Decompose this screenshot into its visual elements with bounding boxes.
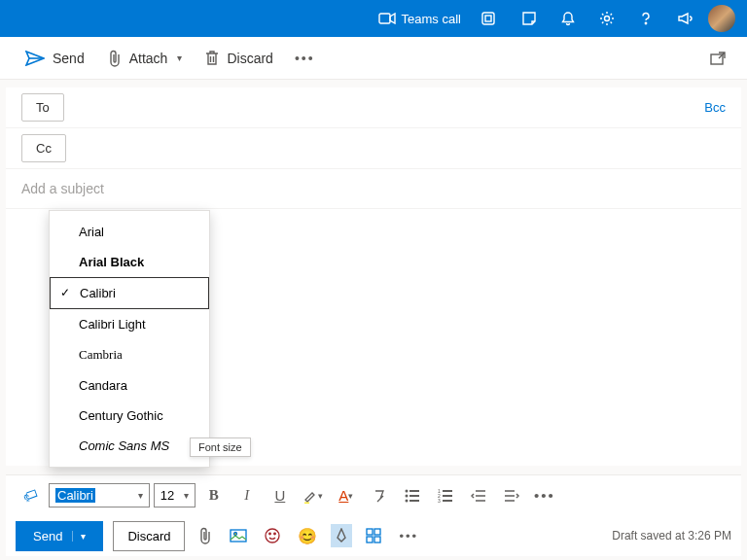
font-name-value: Calibri xyxy=(55,488,95,503)
draft-status: Draft saved at 3:26 PM xyxy=(612,529,731,542)
font-option-calibri[interactable]: Calibri xyxy=(50,277,209,309)
meet-now-icon[interactable] xyxy=(475,3,506,34)
svg-rect-13 xyxy=(443,490,452,492)
tag-icon[interactable]: 🏷 xyxy=(16,481,45,510)
highlight-color-button[interactable]: ▾ xyxy=(299,481,328,510)
avatar[interactable] xyxy=(708,5,735,32)
italic-button[interactable]: I xyxy=(232,481,262,510)
svg-rect-17 xyxy=(443,500,452,502)
outdent-button[interactable] xyxy=(464,481,493,510)
send-bar: Send ▾ Discard 😊 ••• Draft saved at 3:26… xyxy=(6,515,741,556)
more-icon[interactable]: ••• xyxy=(395,525,422,547)
font-option-candara[interactable]: Candara xyxy=(50,370,209,401)
teams-call-label: Teams call xyxy=(402,12,461,26)
svg-point-10 xyxy=(405,499,408,502)
number-list-button[interactable]: 123 xyxy=(431,481,460,510)
font-option-arial[interactable]: Arial xyxy=(50,217,209,247)
apps-icon[interactable] xyxy=(362,524,385,547)
svg-point-4 xyxy=(645,22,646,23)
bullet-list-icon xyxy=(405,489,420,503)
help-icon[interactable] xyxy=(630,3,661,34)
underline-button[interactable]: U xyxy=(266,481,295,510)
chevron-down-icon: ▾ xyxy=(318,491,323,501)
svg-rect-25 xyxy=(367,537,373,542)
to-button[interactable]: To xyxy=(21,93,64,122)
font-name-select[interactable]: Calibri ▾ xyxy=(49,483,150,508)
bcc-link[interactable]: Bcc xyxy=(704,100,726,115)
svg-rect-18 xyxy=(231,530,246,542)
svg-rect-23 xyxy=(367,529,373,535)
svg-point-8 xyxy=(405,494,408,497)
font-size-tooltip: Font size xyxy=(190,438,251,457)
send-icon xyxy=(25,51,45,66)
bold-button[interactable]: B xyxy=(199,481,229,510)
video-icon xyxy=(378,13,396,24)
attach-label: Attach xyxy=(129,51,168,66)
font-option-cambria[interactable]: Cambria xyxy=(50,339,209,370)
attach-icon xyxy=(108,50,122,67)
chevron-down-icon: ▾ xyxy=(348,491,353,501)
indent-button[interactable] xyxy=(497,481,526,510)
svg-rect-7 xyxy=(409,490,419,492)
number-list-icon: 123 xyxy=(438,489,453,503)
megaphone-icon[interactable] xyxy=(669,3,700,34)
send-label: Send xyxy=(33,529,62,543)
cc-row: Cc xyxy=(6,128,741,169)
svg-point-21 xyxy=(269,533,271,535)
svg-point-3 xyxy=(605,17,610,21)
discard-label: Discard xyxy=(227,51,272,66)
svg-point-22 xyxy=(274,533,276,535)
svg-rect-9 xyxy=(409,495,419,497)
chevron-down-icon: ▾ xyxy=(184,490,189,501)
signature-icon[interactable] xyxy=(331,524,352,547)
more-format-button[interactable]: ••• xyxy=(530,481,559,510)
format-toolbar: 🏷 Calibri ▾ ▾ B I U ▾ A ▾ 123 ••• xyxy=(6,474,741,515)
trash-icon xyxy=(205,51,219,66)
to-row: To Bcc xyxy=(6,88,741,128)
attach-button[interactable]: Attach ▾ xyxy=(98,44,193,73)
bell-icon[interactable] xyxy=(552,3,584,34)
notes-icon[interactable] xyxy=(514,3,545,34)
emoji-icon[interactable]: 😊 xyxy=(294,523,321,549)
discard-button-bottom[interactable]: Discard xyxy=(113,521,185,551)
indent-icon xyxy=(504,489,519,503)
svg-point-19 xyxy=(234,533,237,536)
svg-rect-0 xyxy=(379,14,390,23)
outdent-icon xyxy=(471,489,486,503)
font-option-comic-sans[interactable]: Comic Sans MS xyxy=(50,431,209,461)
font-size-input[interactable] xyxy=(160,488,180,503)
svg-rect-24 xyxy=(374,529,380,535)
popout-button[interactable] xyxy=(704,46,731,71)
font-size-select[interactable]: ▾ xyxy=(154,483,196,508)
svg-rect-2 xyxy=(485,16,491,21)
svg-point-6 xyxy=(405,489,408,492)
font-option-arial-black[interactable]: Arial Black xyxy=(50,247,209,277)
discard-button[interactable]: Discard xyxy=(196,45,282,72)
font-color-button[interactable]: A ▾ xyxy=(332,481,361,510)
font-option-calibri-light[interactable]: Calibri Light xyxy=(50,309,209,339)
send-split-button[interactable]: Send ▾ xyxy=(16,521,103,551)
font-family-menu: Arial Arial Black Calibri Calibri Light … xyxy=(49,210,210,468)
send-label: Send xyxy=(53,51,85,66)
more-actions-button[interactable]: ••• xyxy=(287,45,323,72)
bullet-list-button[interactable] xyxy=(398,481,427,510)
attach-icon-bottom[interactable] xyxy=(195,523,216,548)
svg-rect-1 xyxy=(482,13,494,24)
svg-rect-11 xyxy=(409,500,419,502)
image-icon[interactable] xyxy=(226,525,251,546)
svg-point-20 xyxy=(266,529,279,542)
emoji-picker-icon[interactable] xyxy=(261,524,284,547)
popout-icon xyxy=(710,52,726,65)
app-topbar: Teams call xyxy=(0,0,747,37)
font-option-century-gothic[interactable]: Century Gothic xyxy=(50,401,209,431)
gear-icon[interactable] xyxy=(591,3,622,34)
subject-input[interactable]: Add a subject xyxy=(6,169,741,209)
send-button[interactable]: Send xyxy=(16,45,94,72)
command-bar: Send Attach ▾ Discard ••• xyxy=(0,37,747,80)
clear-format-button[interactable] xyxy=(365,481,394,510)
chevron-down-icon: ▾ xyxy=(177,52,182,63)
chevron-down-icon: ▾ xyxy=(72,531,86,542)
teams-call-button[interactable]: Teams call xyxy=(373,12,467,26)
svg-text:3: 3 xyxy=(438,498,441,503)
cc-button[interactable]: Cc xyxy=(21,134,66,162)
